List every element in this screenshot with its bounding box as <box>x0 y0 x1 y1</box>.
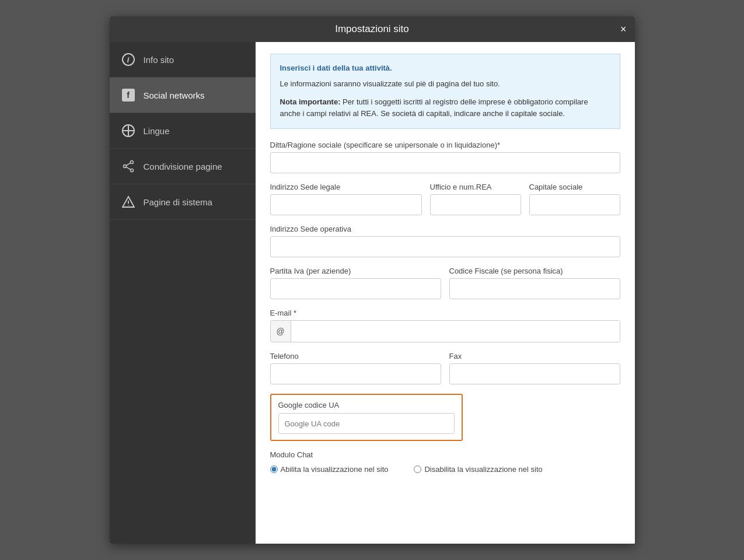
close-button[interactable]: × <box>620 23 627 36</box>
warning-icon <box>121 195 135 209</box>
partita-codice-row: Partita Iva (per aziende) Codice Fiscale… <box>270 267 620 299</box>
sidebar-item-label: Info sito <box>144 55 174 65</box>
ditta-form-group: Ditta/Ragione sociale (specificare se un… <box>270 141 620 173</box>
radio-disable-input[interactable] <box>414 466 421 473</box>
capitale-sociale-label: Capitale sociale <box>529 183 620 191</box>
google-ua-input[interactable] <box>278 413 455 434</box>
sidebar-item-label: Pagine di sistema <box>144 197 212 207</box>
email-input-wrapper: @ <box>270 320 620 342</box>
radio-disable-text: Disabilita la visualizzazione nel sito <box>424 465 542 474</box>
sidebar: i Info sito f Social networks Lingue <box>110 42 256 544</box>
ditta-input[interactable] <box>270 152 620 173</box>
telefono-input[interactable] <box>270 363 441 384</box>
radio-enable-text: Abilita la visualizzazione nel sito <box>281 465 389 474</box>
ditta-label: Ditta/Ragione sociale (specificare se un… <box>270 141 620 149</box>
svg-line-3 <box>126 163 131 166</box>
main-content: Inserisci i dati della tua attività. Le … <box>256 42 635 544</box>
codice-fiscale-input[interactable] <box>449 278 620 299</box>
fax-group: Fax <box>449 352 620 384</box>
radio-enable-label[interactable]: Abilita la visualizzazione nel sito <box>270 465 389 474</box>
sede-operativa-group: Indirizzo Sede operativa <box>270 225 620 257</box>
sidebar-item-pagine-di-sistema[interactable]: Pagine di sistema <box>110 184 256 220</box>
modulo-chat-group: Modulo Chat Abilita la visualizzazione n… <box>270 450 620 474</box>
sidebar-item-label: Social networks <box>144 90 205 100</box>
indirizzo-sede-legale-label: Indirizzo Sede legale <box>270 183 422 191</box>
sidebar-item-info-sito[interactable]: i Info sito <box>110 42 256 78</box>
ufficio-rea-label: Ufficio e num.REA <box>430 183 521 191</box>
partita-iva-label: Partita Iva (per aziende) <box>270 267 441 275</box>
indirizzo-sede-legale-input[interactable] <box>270 194 422 215</box>
sede-operativa-label: Indirizzo Sede operativa <box>270 225 620 233</box>
modulo-chat-label: Modulo Chat <box>270 450 620 459</box>
svg-point-0 <box>130 161 133 164</box>
fax-label: Fax <box>449 352 620 360</box>
modal-header: Impostazioni sito × <box>110 16 635 42</box>
svg-point-2 <box>123 165 126 168</box>
telefono-group: Telefono <box>270 352 441 384</box>
email-group: E-mail * @ <box>270 309 620 342</box>
email-at-symbol: @ <box>271 321 291 342</box>
capitale-sociale-group: Capitale sociale <box>529 183 620 215</box>
telefono-fax-row: Telefono Fax <box>270 352 620 384</box>
sede-operativa-input[interactable] <box>270 236 620 257</box>
svg-point-6 <box>128 205 129 206</box>
capitale-sociale-input[interactable] <box>529 194 620 215</box>
radio-group: Abilita la visualizzazione nel sito Disa… <box>270 465 620 474</box>
sidebar-item-label: Lingue <box>144 126 170 136</box>
share-icon <box>121 159 135 173</box>
settings-modal: Impostazioni sito × i Info sito f Social… <box>110 16 635 544</box>
svg-line-4 <box>126 167 131 170</box>
radio-disable-label[interactable]: Disabilita la visualizzazione nel sito <box>414 465 542 474</box>
codice-fiscale-label: Codice Fiscale (se persona fisica) <box>449 267 620 275</box>
radio-enable-input[interactable] <box>270 466 278 473</box>
fax-input[interactable] <box>449 363 620 384</box>
codice-fiscale-group: Codice Fiscale (se persona fisica) <box>449 267 620 299</box>
sede-legale-row: Indirizzo Sede legale Ufficio e num.REA … <box>270 183 620 215</box>
info-box-subline: Le informazioni saranno visualizzate sul… <box>280 78 610 90</box>
info-box-bold: Inserisci i dati della tua attività. <box>280 62 610 75</box>
email-input[interactable] <box>291 321 620 342</box>
partita-iva-input[interactable] <box>270 278 441 299</box>
info-icon: i <box>121 52 135 66</box>
google-ua-label: Google codice UA <box>278 401 455 410</box>
nota-importante-label: Nota importante: <box>280 97 341 106</box>
ufficio-rea-group: Ufficio e num.REA <box>430 183 521 215</box>
facebook-icon: f <box>121 88 135 102</box>
ufficio-rea-input[interactable] <box>430 194 521 215</box>
email-label: E-mail * <box>270 309 620 317</box>
indirizzo-sede-legale-group: Indirizzo Sede legale <box>270 183 422 215</box>
globe-icon <box>121 124 135 138</box>
modal-body: i Info sito f Social networks Lingue <box>110 42 635 544</box>
info-box-note: Nota importante: Per tutti i soggetti is… <box>280 96 610 121</box>
sidebar-item-label: Condivisione pagine <box>144 162 222 172</box>
info-box: Inserisci i dati della tua attività. Le … <box>270 54 620 129</box>
modal-title: Impostazioni sito <box>335 23 409 34</box>
sidebar-item-social-networks[interactable]: f Social networks <box>110 78 256 113</box>
sidebar-item-condivisione-pagine[interactable]: Condivisione pagine <box>110 149 256 184</box>
sidebar-item-lingue[interactable]: Lingue <box>110 113 256 149</box>
google-ua-wrapper: Google codice UA <box>270 394 463 441</box>
partita-iva-group: Partita Iva (per aziende) <box>270 267 441 299</box>
telefono-label: Telefono <box>270 352 441 360</box>
svg-point-1 <box>130 169 133 172</box>
